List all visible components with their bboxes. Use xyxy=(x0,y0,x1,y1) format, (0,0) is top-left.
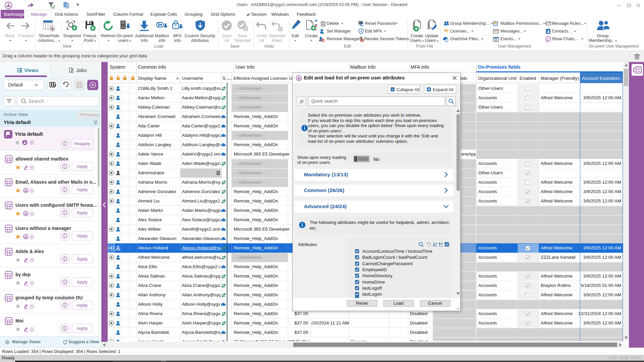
svg-text:A: A xyxy=(435,242,437,245)
svg-text:Z: Z xyxy=(441,245,443,247)
svg-text:A: A xyxy=(441,242,443,245)
svg-text:Z: Z xyxy=(435,245,437,247)
